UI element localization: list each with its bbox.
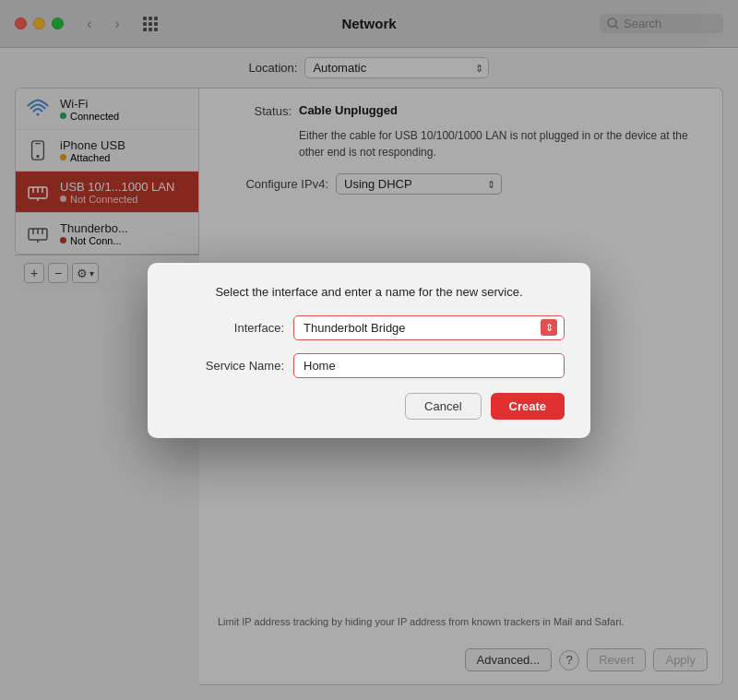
modal-title: Select the interface and enter a name fo… [173,285,565,299]
interface-row: Interface: Thunderbolt Bridge ⇕ [173,315,565,340]
modal-overlay: Select the interface and enter a name fo… [0,0,738,700]
interface-select-wrap: Thunderbolt Bridge ⇕ [293,315,565,340]
interface-label: Interface: [173,321,284,335]
service-name-label: Service Name: [173,359,284,373]
interface-select[interactable]: Thunderbolt Bridge [293,315,565,340]
create-button[interactable]: Create [491,393,565,420]
cancel-button[interactable]: Cancel [405,393,481,420]
service-name-input[interactable] [293,353,565,378]
new-service-modal: Select the interface and enter a name fo… [148,263,590,438]
modal-buttons: Cancel Create [173,393,565,420]
service-name-row: Service Name: [173,353,565,378]
